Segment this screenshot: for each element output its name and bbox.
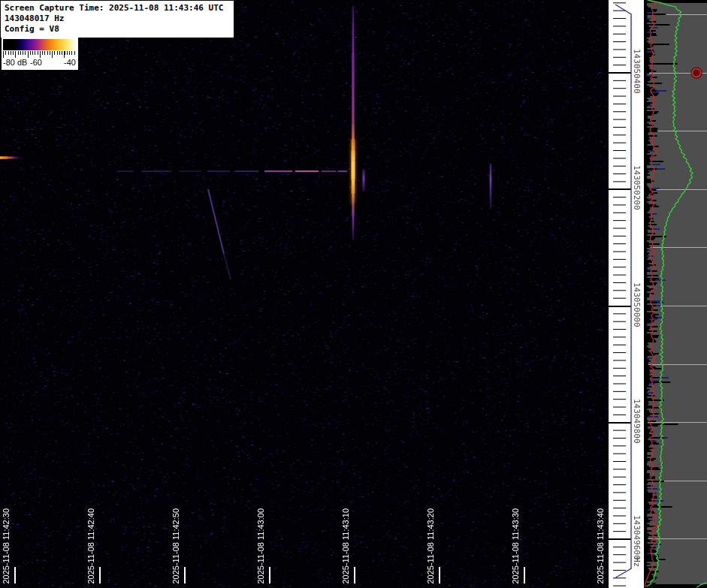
colorbar-max-label: -40 (64, 58, 76, 67)
time-tick-5 (439, 567, 440, 583)
freq-label-2: 143050000 (632, 282, 642, 327)
colorbar-legend: -80 dB -60 -40 (2, 38, 78, 70)
waterfall-spectrogram (0, 0, 609, 588)
freq-unit-label: Hz (632, 557, 642, 567)
time-tick-2 (184, 567, 186, 583)
spectrum-lab-screen-capture: Screen Capture Time: 2025-11-08 11:43:46… (0, 0, 707, 588)
colorbar-tick-ruler (3, 51, 77, 58)
time-label-0: 2025-11-08 11:42:30 (2, 508, 11, 584)
colorbar-mid-label: -60 (30, 58, 42, 67)
frequency-axis: 1430504001430502001430500001430498001430… (609, 0, 644, 588)
time-label-1: 2025-11-08 11:42:40 (86, 508, 95, 584)
time-label-7: 2025-11-08 11:43:40 (596, 508, 605, 584)
time-tick-1 (99, 567, 101, 583)
time-tick-3 (269, 567, 270, 583)
capture-time-text: Screen Capture Time: 2025-11-08 11:43:46… (5, 3, 231, 14)
spectrum-amplitude-panel (644, 0, 707, 588)
time-label-5: 2025-11-08 11:43:20 (426, 508, 435, 584)
time-tick-4 (354, 567, 355, 583)
time-tick-0 (14, 567, 16, 583)
center-frequency-text: 143048017 Hz (5, 14, 231, 24)
freq-label-0: 143050400 (632, 49, 642, 94)
time-label-4: 2025-11-08 11:43:10 (341, 508, 350, 584)
colorbar-gradient (3, 39, 77, 50)
time-label-3: 2025-11-08 11:43:00 (256, 508, 265, 584)
config-text: Config = V8 (5, 24, 231, 35)
time-tick-6 (524, 567, 525, 583)
capture-info-box: Screen Capture Time: 2025-11-08 11:43:46… (0, 0, 234, 38)
colorbar-labels: -80 dB -60 -40 (2, 58, 78, 68)
freq-label-4: 143049600 (632, 515, 642, 560)
time-label-2: 2025-11-08 11:42:50 (171, 508, 180, 584)
colorbar-min-label: -80 dB (3, 58, 27, 67)
time-label-6: 2025-11-08 11:43:30 (511, 508, 520, 584)
freq-label-1: 143050200 (632, 165, 642, 210)
freq-label-3: 143049800 (632, 399, 642, 444)
